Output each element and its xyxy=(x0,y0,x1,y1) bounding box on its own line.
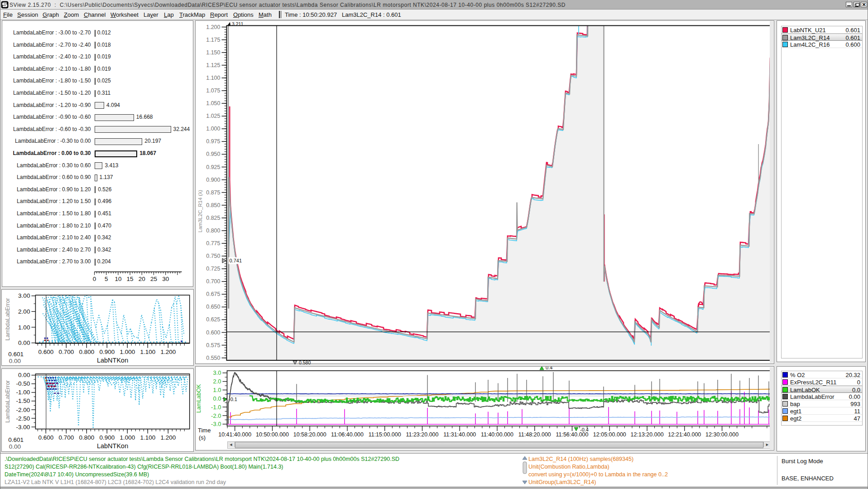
svg-text:-0.50: -0.50 xyxy=(16,380,30,387)
svg-text:0.580: 0.580 xyxy=(299,360,311,365)
svg-text:3.211: 3.211 xyxy=(232,21,244,27)
svg-text:1.000: 1.000 xyxy=(206,126,220,132)
svg-text:-3.0: -3.0 xyxy=(211,421,221,427)
svg-text:3.0: 3.0 xyxy=(213,369,221,376)
svg-text:1.200: 1.200 xyxy=(160,434,176,441)
svg-text:-1.00: -1.00 xyxy=(16,389,30,396)
svg-text:-2.50: -2.50 xyxy=(16,415,30,422)
svg-text:11:15:00.000: 11:15:00.000 xyxy=(369,431,401,438)
svg-text:0.825: 0.825 xyxy=(206,215,220,221)
svg-text:1.025: 1.025 xyxy=(206,113,220,119)
svg-text:11:23:20.000: 11:23:20.000 xyxy=(406,431,438,438)
svg-text:0.725: 0.725 xyxy=(206,266,220,272)
svg-text:0.900: 0.900 xyxy=(99,349,115,355)
svg-text:0.650: 0.650 xyxy=(206,304,220,310)
svg-text:(s): (s) xyxy=(199,434,206,441)
svg-text:0.601: 0.601 xyxy=(8,436,24,443)
svg-text:0.600: 0.600 xyxy=(38,349,53,355)
svg-text:11:40:00.000: 11:40:00.000 xyxy=(481,431,513,438)
svg-text:10:50:00.000: 10:50:00.000 xyxy=(256,431,289,438)
svg-text:0.550: 0.550 xyxy=(206,355,220,361)
svg-text:0.741: 0.741 xyxy=(230,258,242,263)
svg-text:20: 20 xyxy=(139,276,145,282)
svg-text:1.125: 1.125 xyxy=(206,62,220,68)
svg-text:0.00: 0.00 xyxy=(18,372,30,378)
svg-text:-2.00: -2.00 xyxy=(16,407,30,413)
svg-text:0.625: 0.625 xyxy=(206,316,220,323)
svg-text:0.850: 0.850 xyxy=(206,202,220,208)
svg-text:1.0: 1.0 xyxy=(213,387,221,393)
svg-text:-0.1: -0.1 xyxy=(229,397,237,402)
svg-text:-3.00: -3.00 xyxy=(16,424,30,431)
svg-text:2.00: 2.00 xyxy=(18,308,30,315)
svg-text:1.075: 1.075 xyxy=(206,87,220,94)
svg-text:1.000: 1.000 xyxy=(120,434,135,441)
svg-text:5: 5 xyxy=(105,276,108,282)
svg-text:0.700: 0.700 xyxy=(58,349,74,355)
svg-text:0.750: 0.750 xyxy=(206,253,220,259)
svg-text:11:56:40.000: 11:56:40.000 xyxy=(556,431,588,438)
svg-text:-2.0: -2.0 xyxy=(211,412,221,419)
svg-text:1.200: 1.200 xyxy=(160,349,176,355)
svg-text:Lam3L2C_R14 (λ): Lam3L2C_R14 (λ) xyxy=(197,190,203,232)
svg-text:LabNTKon: LabNTKon xyxy=(97,442,128,450)
svg-text:0.575: 0.575 xyxy=(206,342,220,349)
svg-text:10:41:40.000: 10:41:40.000 xyxy=(218,431,251,438)
svg-text:0.00: 0.00 xyxy=(9,358,21,364)
svg-text:0.975: 0.975 xyxy=(206,138,220,145)
svg-text:0.00: 0.00 xyxy=(9,443,21,450)
svg-text:0.925: 0.925 xyxy=(206,164,220,170)
svg-text:12:21:40.000: 12:21:40.000 xyxy=(668,431,701,438)
svg-text:25: 25 xyxy=(150,276,157,282)
svg-text:1.100: 1.100 xyxy=(206,75,220,81)
svg-text:0.601: 0.601 xyxy=(8,351,24,358)
svg-text:11:06:40.000: 11:06:40.000 xyxy=(331,431,364,438)
svg-text:0.900: 0.900 xyxy=(99,434,115,441)
svg-text:1.000: 1.000 xyxy=(120,349,135,355)
svg-text:1.100: 1.100 xyxy=(140,434,155,441)
svg-text:3.00: 3.00 xyxy=(18,292,30,299)
svg-text:10:58:20.000: 10:58:20.000 xyxy=(293,431,326,438)
svg-text:15: 15 xyxy=(127,276,134,282)
svg-text:LamLabOK: LamLabOK xyxy=(196,384,202,413)
svg-text:LambdaLabError: LambdaLabError xyxy=(5,298,11,341)
svg-text:0.800: 0.800 xyxy=(79,434,94,441)
svg-text:0.875: 0.875 xyxy=(206,189,220,196)
svg-text:-0.4: -0.4 xyxy=(580,427,589,432)
svg-text:1.050: 1.050 xyxy=(206,100,220,107)
svg-text:1.200: 1.200 xyxy=(206,24,220,30)
svg-text:2.0: 2.0 xyxy=(213,378,221,385)
svg-text:1.00: 1.00 xyxy=(18,324,30,331)
svg-text:12:13:20.000: 12:13:20.000 xyxy=(631,431,664,438)
svg-text:0.0: 0.0 xyxy=(213,395,221,402)
svg-text:LabNTKon: LabNTKon xyxy=(97,357,128,364)
svg-text:0.600: 0.600 xyxy=(206,329,220,336)
svg-text:0.00: 0.00 xyxy=(18,339,30,346)
svg-text:30: 30 xyxy=(162,276,169,282)
svg-text:0.675: 0.675 xyxy=(206,291,220,297)
svg-text:1.100: 1.100 xyxy=(140,349,155,355)
svg-text:1.150: 1.150 xyxy=(206,49,220,56)
svg-text:0.700: 0.700 xyxy=(58,434,74,441)
svg-text:12:30:00.000: 12:30:00.000 xyxy=(705,431,739,438)
svg-text:0.800: 0.800 xyxy=(79,349,94,355)
svg-text:0.900: 0.900 xyxy=(206,177,220,183)
svg-text:11:48:20.000: 11:48:20.000 xyxy=(518,431,551,438)
svg-text:12:05:00.000: 12:05:00.000 xyxy=(593,431,626,438)
svg-text:0.700: 0.700 xyxy=(206,278,220,285)
svg-text:Time: Time xyxy=(198,427,211,434)
svg-text:0.800: 0.800 xyxy=(206,228,220,234)
svg-text:11:31:40.000: 11:31:40.000 xyxy=(443,431,476,438)
svg-text:-1.0: -1.0 xyxy=(211,404,221,411)
svg-text:-1.50: -1.50 xyxy=(16,397,30,404)
svg-text:0.4: 0.4 xyxy=(546,367,552,370)
svg-text:0.775: 0.775 xyxy=(206,240,220,247)
svg-text:0.950: 0.950 xyxy=(206,151,220,157)
svg-text:1.175: 1.175 xyxy=(206,37,220,43)
svg-text:0.600: 0.600 xyxy=(38,434,53,441)
svg-text:10: 10 xyxy=(115,276,121,282)
svg-text:LambdaLabError: LambdaLabError xyxy=(5,380,11,423)
svg-text:0: 0 xyxy=(93,276,96,282)
